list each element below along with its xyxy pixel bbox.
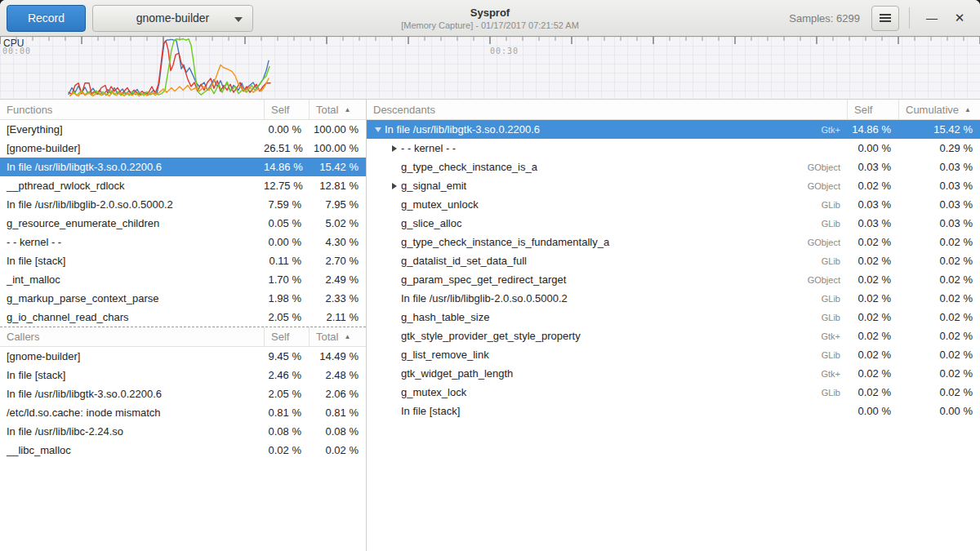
table-row[interactable]: gtk_widget_path_lengthGtk+0.02 %0.02 % (367, 364, 980, 383)
total-value: 0.81 % (309, 407, 366, 419)
column-header-cumulative[interactable]: Cumulative ▲ (898, 100, 980, 120)
table-row[interactable]: In file /usr/lib/libglib-2.0.so.0.5000.2… (0, 195, 366, 214)
table-row[interactable]: /etc/ld.so.cache: inode mismatch0.81 %0.… (0, 403, 366, 422)
total-value: 12.81 % (309, 180, 366, 192)
self-value: 0.05 % (264, 217, 309, 229)
table-row[interactable]: In file /usr/lib/libglib-2.0.so.0.5000.2… (367, 289, 980, 308)
function-name: [gnome-builder] (0, 350, 264, 362)
column-header-total-label: Total (316, 104, 338, 116)
descendant-name-cell: g_slice_allocGLib (367, 217, 847, 229)
cumulative-value: 0.02 % (898, 330, 980, 342)
total-value: 4.30 % (309, 236, 366, 248)
table-row[interactable]: _int_malloc1.70 %2.49 % (0, 270, 366, 289)
table-row[interactable]: [gnome-builder]26.51 %100.00 % (0, 139, 366, 158)
self-value: 1.70 % (264, 273, 309, 286)
table-row[interactable]: g_io_channel_read_chars2.05 %2.11 % (0, 308, 366, 327)
total-value: 15.42 % (309, 161, 366, 173)
collapse-arrow-icon[interactable] (372, 127, 385, 132)
cpu-graph[interactable]: CPU 00:00 00:30 (0, 37, 980, 100)
close-button[interactable]: ✕ (946, 4, 973, 32)
minimize-icon: — (926, 11, 938, 24)
column-header-descendants[interactable]: Descendants (367, 100, 847, 120)
table-row[interactable]: g_signal_emitGObject0.02 %0.03 % (367, 176, 980, 195)
expand-arrow-icon[interactable] (388, 145, 401, 152)
table-row[interactable]: g_hash_table_sizeGLib0.02 %0.02 % (367, 308, 980, 327)
table-row[interactable]: g_type_check_instance_is_aGObject0.03 %0… (367, 158, 980, 176)
function-name: __libc_malloc (0, 444, 264, 456)
table-row[interactable]: g_datalist_id_set_data_fullGLib0.02 %0.0… (367, 251, 980, 270)
total-value: 2.06 % (309, 388, 366, 400)
table-row[interactable]: In file /usr/lib/libc-2.24.so0.08 %0.08 … (0, 422, 366, 441)
menu-button[interactable] (871, 6, 899, 31)
function-name: In file /usr/lib/libgtk-3.so.0.2200.6 (0, 161, 264, 173)
cumulative-value: 0.02 % (898, 255, 980, 267)
table-row[interactable]: g_list_remove_linkGLib0.02 %0.02 % (367, 345, 980, 364)
function-name: g_resource_enumerate_children (0, 217, 264, 229)
table-row[interactable]: g_markup_parse_context_parse1.98 %2.33 % (0, 289, 366, 308)
self-value: 0.02 % (847, 180, 898, 192)
column-header-callers[interactable]: Callers (0, 327, 264, 347)
column-header-self[interactable]: Self (264, 100, 309, 120)
column-header-cumulative-label: Cumulative (906, 104, 959, 116)
self-value: 0.03 % (847, 198, 898, 211)
minimize-button[interactable]: — (918, 4, 946, 32)
table-row[interactable]: In file /usr/lib/libgtk-3.so.0.2200.62.0… (0, 384, 366, 403)
descendants-table: Descendants Self Cumulative ▲ In file /u… (367, 100, 980, 420)
table-row[interactable]: g_mutex_lockGLib0.02 %0.02 % (367, 383, 980, 402)
function-name: /etc/ld.so.cache: inode mismatch (0, 407, 264, 419)
self-value: 0.11 % (264, 255, 309, 267)
table-row[interactable]: - - kernel - -0.00 %4.30 % (0, 233, 366, 251)
descendant-name: g_type_check_instance_is_fundamentally_a (401, 236, 609, 248)
table-row[interactable]: In file /usr/lib/libgtk-3.so.0.2200.614.… (0, 158, 366, 176)
cumulative-value: 0.02 % (898, 367, 980, 380)
table-row[interactable]: In file [stack]0.11 %2.70 % (0, 251, 366, 270)
descendant-name: g_type_check_instance_is_a (401, 161, 537, 173)
category-tag: GObject (808, 181, 847, 191)
table-row[interactable]: g_slice_allocGLib0.03 %0.03 % (367, 214, 980, 233)
self-value: 0.02 % (847, 236, 898, 248)
category-tag: GLib (822, 219, 847, 229)
cumulative-value: 0.02 % (898, 236, 980, 248)
self-value: 0.02 % (847, 273, 898, 286)
right-pane: Descendants Self Cumulative ▲ In file /u… (367, 100, 980, 551)
function-name: g_markup_parse_context_parse (0, 292, 264, 304)
column-header-total[interactable]: Total ▲ (309, 327, 366, 347)
table-row[interactable]: - - kernel - -0.00 %0.29 % (367, 139, 980, 158)
table-row[interactable]: __libc_malloc0.02 %0.02 % (0, 441, 366, 460)
table-row[interactable]: gtk_style_provider_get_style_propertyGtk… (367, 327, 980, 345)
table-row[interactable]: g_param_spec_get_redirect_targetGObject0… (367, 270, 980, 289)
window-title: Sysprof (470, 7, 510, 19)
self-value: 0.02 % (847, 367, 898, 380)
category-tag: GLib (822, 350, 847, 360)
column-header-self[interactable]: Self (264, 327, 309, 347)
column-header-total[interactable]: Total ▲ (309, 100, 366, 120)
total-value: 2.48 % (309, 369, 366, 381)
table-row[interactable]: In file [stack]2.46 %2.48 % (0, 366, 366, 384)
target-select-button[interactable]: gnome-builder (92, 5, 253, 32)
table-row[interactable]: g_mutex_unlockGLib0.03 %0.03 % (367, 195, 980, 214)
column-header-functions[interactable]: Functions (0, 100, 264, 120)
self-value: 0.02 % (847, 311, 898, 323)
expand-arrow-icon[interactable] (388, 183, 401, 189)
descendant-name: - - kernel - - (401, 142, 456, 154)
table-row[interactable]: g_resource_enumerate_children0.05 %5.02 … (0, 214, 366, 233)
table-row[interactable]: __pthread_rwlock_rdlock12.75 %12.81 % (0, 176, 366, 195)
descendant-name: In file /usr/lib/libgtk-3.so.0.2200.6 (385, 123, 540, 136)
column-header-self[interactable]: Self (847, 100, 898, 120)
self-value: 0.08 % (264, 425, 309, 438)
record-button[interactable]: Record (7, 5, 86, 32)
cumulative-value: 0.00 % (898, 405, 980, 417)
category-tag: Gtk+ (821, 331, 847, 341)
self-value: 0.81 % (264, 407, 309, 419)
table-row[interactable]: In file /usr/lib/libgtk-3.so.0.2200.6Gtk… (367, 120, 980, 139)
descendant-name-cell: g_param_spec_get_redirect_targetGObject (367, 273, 847, 286)
descendant-name-cell: In file [stack] (367, 405, 847, 417)
category-tag: Gtk+ (821, 369, 847, 379)
table-row[interactable]: [gnome-builder]9.45 %14.49 % (0, 347, 366, 366)
self-value: 26.51 % (264, 142, 309, 154)
table-row[interactable]: In file [stack]0.00 %0.00 % (367, 402, 980, 420)
table-row[interactable]: g_type_check_instance_is_fundamentally_a… (367, 233, 980, 251)
table-row[interactable]: [Everything]0.00 %100.00 % (0, 120, 366, 139)
function-name: - - kernel - - (0, 236, 264, 248)
total-value: 0.08 % (309, 425, 366, 438)
